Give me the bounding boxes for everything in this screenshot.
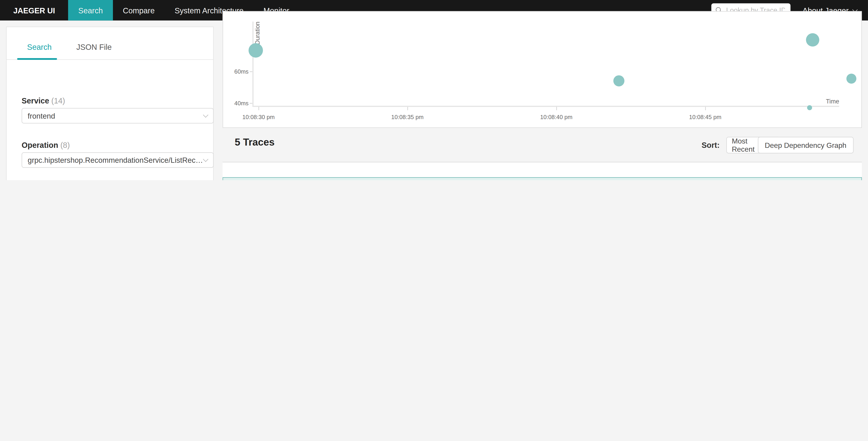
jaeger-search-page: JAEGER UI SearchCompareSystem Architectu… — [0, 0, 868, 180]
chevron-down-icon — [203, 112, 208, 118]
x-tick-mark — [705, 107, 706, 110]
x-axis-title: Time — [826, 98, 839, 105]
x-tick-mark — [556, 107, 557, 110]
service-count: (14) — [51, 96, 65, 105]
service-value: frontend — [28, 112, 55, 120]
chevron-down-icon — [203, 156, 208, 162]
operation-select[interactable]: grpc.hipstershop.RecommendationService/L… — [22, 152, 214, 168]
y-tick-mark — [250, 103, 252, 104]
trace-scatter-point[interactable] — [807, 105, 812, 110]
sidebar-tabs: Search JSON File — [6, 27, 213, 60]
deep-dependency-graph-button[interactable]: Deep Dependency Graph — [757, 137, 854, 153]
trace-scatter-point[interactable] — [248, 43, 263, 58]
compare-banner: Compare traces by selecting result items — [222, 177, 862, 180]
y-axis-line — [252, 22, 254, 106]
search-sidebar: Search JSON File Service (14) frontend O… — [6, 27, 214, 180]
trace-scatter-point[interactable] — [806, 33, 819, 47]
service-select[interactable]: frontend — [22, 108, 214, 123]
results-panel: Compare traces by selecting result items… — [222, 163, 862, 180]
y-tick-label: 60ms — [226, 68, 249, 75]
y-tick-label: 40ms — [226, 99, 249, 106]
nav-item-compare[interactable]: Compare — [113, 0, 165, 21]
operation-label: Operation (8) — [22, 141, 70, 149]
tab-search[interactable]: Search — [27, 42, 52, 51]
x-tick-label: 10:08:45 pm — [680, 114, 730, 120]
service-label: Service (14) — [22, 96, 65, 105]
trace-count: 5 Traces — [235, 137, 275, 148]
trace-scatter-point[interactable] — [614, 75, 624, 86]
y-tick-mark — [250, 71, 252, 72]
x-tick-mark — [407, 107, 408, 110]
x-tick-label: 10:08:30 pm — [234, 114, 283, 120]
duration-scatter-card: Duration Time 60ms40ms10:08:30 pm10:08:3… — [222, 11, 862, 128]
x-axis-line — [252, 106, 839, 107]
trace-scatter-point[interactable] — [846, 74, 856, 84]
sort-label: Sort: — [702, 141, 719, 149]
x-tick-label: 10:08:35 pm — [382, 114, 432, 120]
y-axis-title: Duration — [254, 22, 261, 45]
operation-value: grpc.hipstershop.RecommendationService/L… — [28, 156, 204, 164]
operation-count: (8) — [60, 141, 70, 149]
tab-json-file[interactable]: JSON File — [76, 42, 112, 51]
active-tab-indicator — [17, 58, 57, 60]
results-header: 5 Traces Sort: Most Recent Deep Dependen… — [222, 128, 862, 162]
app-brand[interactable]: JAEGER UI — [0, 0, 68, 21]
x-tick-label: 10:08:40 pm — [531, 114, 581, 120]
x-tick-mark — [258, 107, 259, 110]
nav-item-search[interactable]: Search — [68, 0, 113, 21]
